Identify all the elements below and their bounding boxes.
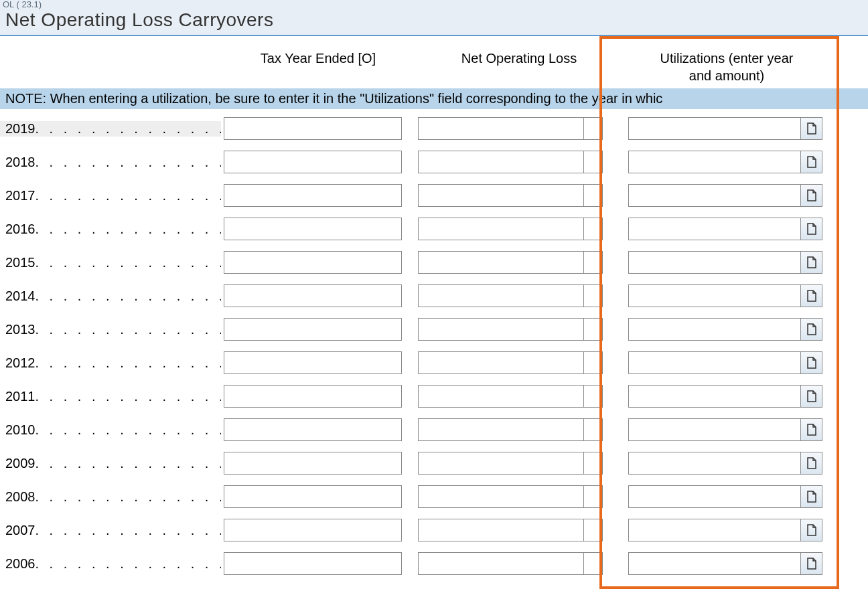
tax-year-input[interactable]	[224, 151, 402, 173]
tax-year-input[interactable]	[224, 351, 402, 374]
tax-year-input[interactable]	[224, 251, 402, 274]
utilization-input[interactable]	[628, 418, 801, 441]
tax-year-input[interactable]	[224, 184, 402, 207]
utilization-input[interactable]	[628, 519, 801, 541]
table-row: 2007. . . . . . . . . . . . . . . .	[0, 513, 868, 547]
nol-suffix-input[interactable]	[584, 485, 603, 508]
document-icon	[806, 424, 817, 436]
nol-suffix-input[interactable]	[584, 519, 603, 541]
nol-suffix-input[interactable]	[584, 184, 603, 207]
document-icon	[806, 256, 817, 268]
document-icon	[806, 457, 817, 469]
tax-year-input[interactable]	[224, 318, 402, 341]
column-headers: Tax Year Ended [O] Net Operating Loss Ut…	[0, 36, 868, 88]
nol-suffix-input[interactable]	[584, 318, 603, 341]
year-label: 2018. . . . . . . . . . . . . . . .	[0, 155, 221, 170]
table-row: 2019. . . . . . . . . . . . . . . .	[0, 112, 868, 145]
page-title: Net Operating Loss Carryovers	[0, 9, 868, 36]
year-label: 2014. . . . . . . . . . . . . . . .	[0, 288, 221, 304]
year-label: 2008. . . . . . . . . . . . . . . .	[0, 489, 221, 505]
nol-suffix-input[interactable]	[584, 284, 603, 307]
year-label: 2019. . . . . . . . . . . . . . . .	[0, 121, 221, 137]
utilization-detail-button[interactable]	[801, 151, 822, 173]
utilization-input[interactable]	[628, 351, 801, 374]
utilization-input[interactable]	[628, 251, 801, 274]
nol-suffix-input[interactable]	[584, 418, 603, 441]
nol-input[interactable]	[418, 385, 584, 408]
nol-input[interactable]	[418, 552, 584, 575]
document-icon	[806, 491, 817, 503]
utilization-input[interactable]	[628, 452, 801, 475]
utilization-detail-button[interactable]	[801, 284, 822, 307]
tax-year-input[interactable]	[224, 452, 402, 475]
utilization-detail-button[interactable]	[801, 218, 822, 240]
year-label: 2013. . . . . . . . . . . . . . . .	[0, 322, 221, 337]
utilization-detail-button[interactable]	[801, 385, 822, 408]
tax-year-input[interactable]	[224, 418, 402, 441]
nol-input[interactable]	[418, 151, 584, 173]
nol-input[interactable]	[418, 218, 584, 240]
nol-input[interactable]	[418, 452, 584, 475]
table-row: 2018. . . . . . . . . . . . . . . .	[0, 145, 868, 179]
nol-input[interactable]	[418, 184, 584, 207]
year-label: 2017. . . . . . . . . . . . . . . .	[0, 188, 221, 203]
utilization-detail-button[interactable]	[801, 351, 822, 374]
nol-input[interactable]	[418, 351, 584, 374]
rows-container: 2019. . . . . . . . . . . . . . . . 2018…	[0, 109, 868, 580]
utilization-input[interactable]	[628, 284, 801, 307]
tax-year-input[interactable]	[224, 519, 402, 541]
utilization-detail-button[interactable]	[801, 318, 822, 341]
utilization-input[interactable]	[628, 385, 801, 408]
utilization-input[interactable]	[628, 184, 801, 207]
nol-suffix-input[interactable]	[584, 218, 603, 240]
utilization-input[interactable]	[628, 218, 801, 240]
tax-year-input[interactable]	[224, 218, 402, 240]
year-label: 2016. . . . . . . . . . . . . . . .	[0, 222, 221, 237]
table-row: 2010. . . . . . . . . . . . . . . .	[0, 413, 868, 446]
tax-year-input[interactable]	[224, 284, 402, 307]
year-label: 2011. . . . . . . . . . . . . . . .	[0, 389, 221, 404]
nol-input[interactable]	[418, 485, 584, 508]
utilization-input[interactable]	[628, 485, 801, 508]
nol-suffix-input[interactable]	[584, 385, 603, 408]
table-row: 2014. . . . . . . . . . . . . . . .	[0, 279, 868, 313]
nol-suffix-input[interactable]	[584, 351, 603, 374]
utilization-detail-button[interactable]	[801, 184, 822, 207]
nol-input[interactable]	[418, 418, 584, 441]
tax-year-input[interactable]	[224, 117, 402, 140]
nol-suffix-input[interactable]	[584, 452, 603, 475]
utilization-detail-button[interactable]	[801, 552, 822, 575]
utilization-input[interactable]	[628, 318, 801, 341]
nol-suffix-input[interactable]	[584, 552, 603, 575]
nol-suffix-input[interactable]	[584, 251, 603, 274]
tax-year-input[interactable]	[224, 385, 402, 408]
document-icon	[806, 323, 817, 335]
table-row: 2012. . . . . . . . . . . . . . . .	[0, 346, 868, 380]
utilization-input[interactable]	[628, 151, 801, 173]
table-row: 2016. . . . . . . . . . . . . . . .	[0, 212, 868, 246]
nol-input[interactable]	[418, 519, 584, 541]
nol-suffix-input[interactable]	[584, 151, 603, 173]
utilization-input[interactable]	[628, 552, 801, 575]
utilization-input[interactable]	[628, 117, 801, 140]
utilization-detail-button[interactable]	[801, 117, 822, 140]
nol-suffix-input[interactable]	[584, 117, 603, 140]
utilization-detail-button[interactable]	[801, 485, 822, 508]
nol-input[interactable]	[418, 117, 584, 140]
utilization-detail-button[interactable]	[801, 418, 822, 441]
table-row: 2009. . . . . . . . . . . . . . . .	[0, 446, 868, 480]
tax-year-input[interactable]	[224, 552, 402, 575]
utilization-detail-button[interactable]	[801, 452, 822, 475]
document-icon	[806, 390, 817, 402]
year-label: 2010. . . . . . . . . . . . . . . .	[0, 422, 221, 438]
utilization-detail-button[interactable]	[801, 519, 822, 541]
year-label: 2015. . . . . . . . . . . . . . . .	[0, 255, 221, 270]
tax-year-input[interactable]	[224, 485, 402, 508]
nol-input[interactable]	[418, 251, 584, 274]
document-icon	[806, 357, 817, 369]
nol-input[interactable]	[418, 284, 584, 307]
table-row: 2006. . . . . . . . . . . . . . . .	[0, 547, 868, 580]
note-text: NOTE: When entering a utilization, be su…	[0, 88, 868, 109]
utilization-detail-button[interactable]	[801, 251, 822, 274]
nol-input[interactable]	[418, 318, 584, 341]
